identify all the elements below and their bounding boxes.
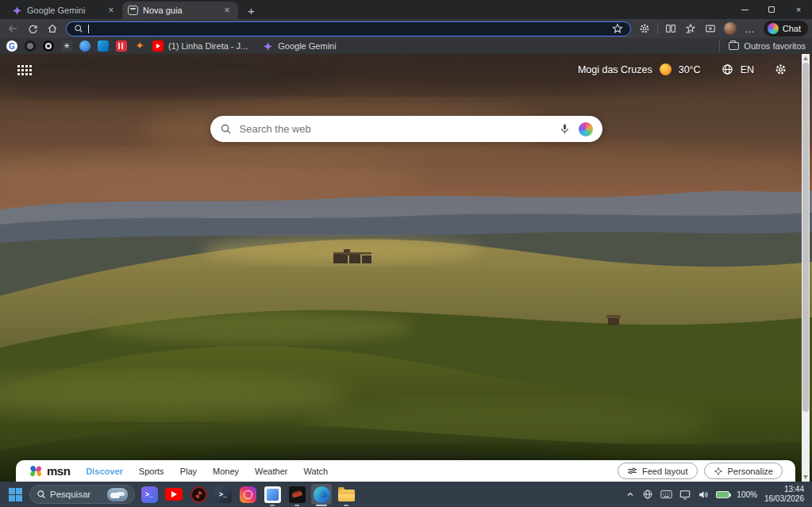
msn-footer-bar: msn Discover Sports Play Money Weather W… — [16, 460, 795, 482]
reload-button[interactable] — [24, 21, 41, 36]
back-icon — [7, 23, 18, 34]
youtube-icon — [165, 488, 183, 501]
home-button[interactable] — [44, 21, 61, 36]
bookmark-favicon-2[interactable] — [25, 40, 36, 52]
scroll-down-arrow[interactable] — [803, 475, 808, 479]
address-bar[interactable] — [66, 21, 631, 36]
language-label[interactable]: EN — [741, 64, 754, 75]
gimp-icon — [289, 486, 306, 503]
footer-nav-money[interactable]: Money — [213, 467, 239, 476]
profile-avatar — [724, 22, 737, 35]
speaker-icon[interactable] — [698, 490, 709, 500]
weather-temperature[interactable]: 30°C — [679, 64, 701, 75]
bookmark-favicon-7[interactable] — [116, 40, 127, 52]
taskbar-app-file-explorer[interactable] — [336, 484, 356, 505]
bookmark-favicon-4[interactable]: ✳ — [61, 40, 72, 52]
clock-date: 16/03/2026 — [764, 494, 804, 505]
taskbar-app-gimp[interactable] — [287, 484, 307, 505]
taskbar-app-youtube[interactable] — [164, 484, 184, 505]
personalize-button[interactable]: Personalize — [704, 463, 783, 479]
msn-wordmark: msn — [47, 464, 70, 478]
footer-nav-weather[interactable]: Weather — [255, 467, 287, 476]
display-cast-icon[interactable] — [679, 490, 691, 500]
other-favorites-button[interactable]: Outros favoritos — [729, 41, 806, 51]
back-button[interactable] — [4, 21, 21, 36]
reload-icon — [28, 24, 38, 34]
bookmark-google-icon[interactable]: G — [6, 40, 17, 52]
battery-percent: 100% — [737, 490, 757, 499]
bookmark-favicon-3[interactable] — [43, 40, 54, 52]
taskbar-app-terminal[interactable]: >_ — [139, 484, 160, 505]
search-icon — [74, 24, 83, 33]
taskbar-app-dark-red[interactable] — [188, 484, 209, 505]
tab-nova-guia[interactable]: Nova guia × — [122, 2, 238, 19]
system-tray: 100% 13:44 16/03/2026 — [625, 485, 807, 505]
language-globe-icon[interactable] — [722, 63, 733, 75]
bookmark-favicon-5[interactable] — [79, 40, 90, 52]
split-screen-icon — [665, 23, 676, 34]
feed-layout-label: Feed layout — [642, 467, 687, 476]
scroll-up-arrow[interactable] — [803, 56, 808, 60]
minimize-button[interactable] — [731, 0, 758, 19]
taskbar-search-input[interactable] — [50, 490, 103, 499]
footer-nav-discover[interactable]: Discover — [86, 467, 122, 476]
minimize-icon — [741, 10, 749, 10]
touch-keyboard-icon[interactable] — [660, 490, 672, 499]
taskbar-app-photos[interactable] — [262, 484, 283, 505]
split-screen-button[interactable] — [662, 21, 679, 36]
taskbar-search-box[interactable] — [29, 485, 135, 504]
msn-search-bar[interactable] — [210, 116, 602, 142]
copilot-chat-button[interactable]: Chat — [764, 21, 808, 36]
footer-nav-play[interactable]: Play — [180, 467, 197, 476]
folder-icon — [729, 42, 739, 50]
scrollbar-thumb[interactable] — [802, 63, 809, 412]
sliders-icon — [627, 467, 637, 475]
footer-nav-sports[interactable]: Sports — [139, 467, 164, 476]
taskbar-app-edge[interactable] — [311, 484, 332, 505]
home-icon — [47, 23, 58, 34]
msn-logo[interactable]: msn — [29, 464, 70, 478]
start-button[interactable] — [5, 484, 25, 505]
copilot-icon[interactable] — [579, 122, 593, 136]
feed-layout-button[interactable]: Feed layout — [618, 463, 697, 479]
weather-location[interactable]: Mogi das Cruzes — [578, 64, 652, 75]
bookmark-favicon-6[interactable] — [98, 40, 109, 52]
toolbar-divider — [657, 23, 658, 34]
settings-gear-icon[interactable] — [775, 63, 787, 75]
page-scrollbar[interactable] — [802, 54, 810, 482]
tab-google-gemini[interactable]: Google Gemini × — [6, 2, 122, 19]
bookmarks-divider — [719, 40, 720, 52]
browser-essentials-icon — [639, 23, 650, 34]
taskbar-clock[interactable]: 13:44 16/03/2026 — [764, 485, 804, 505]
favorite-star-icon[interactable] — [612, 23, 623, 34]
photos-icon — [264, 486, 281, 503]
taskbar-app-instagram[interactable] — [237, 484, 258, 505]
restore-button[interactable] — [758, 0, 785, 19]
powershell-icon: >_ — [215, 486, 232, 503]
browser-essentials-button[interactable] — [636, 21, 653, 36]
network-globe-icon[interactable] — [642, 489, 653, 500]
tab-close-icon[interactable]: × — [221, 5, 233, 16]
close-button[interactable]: × — [785, 0, 812, 19]
voice-search-mic-icon[interactable] — [559, 123, 571, 135]
tab-close-icon[interactable]: × — [106, 5, 117, 16]
gemini-icon — [12, 6, 22, 16]
more-menu-button[interactable]: … — [741, 21, 759, 36]
profile-button[interactable] — [722, 21, 739, 36]
windows-logo-icon — [9, 488, 22, 501]
app-launcher-button[interactable] — [17, 65, 32, 75]
battery-icon[interactable] — [716, 491, 729, 498]
collections-button[interactable] — [702, 21, 719, 36]
hidden-icons-chevron[interactable] — [625, 490, 635, 499]
new-tab-button[interactable]: + — [244, 4, 258, 19]
web-search-input[interactable] — [240, 123, 551, 135]
bookmark-label: Google Gemini — [278, 41, 336, 51]
bookmark-google-gemini[interactable]: Google Gemini — [263, 41, 336, 52]
edge-icon — [314, 486, 330, 503]
gemini-icon — [263, 41, 273, 52]
bookmark-favicon-8[interactable]: ✦ — [134, 40, 145, 52]
favorites-button[interactable] — [682, 21, 699, 36]
taskbar-app-powershell[interactable]: >_ — [213, 484, 233, 505]
footer-nav-watch[interactable]: Watch — [303, 467, 328, 476]
bookmark-linha-direta[interactable]: (1) Linha Direta - J... — [152, 40, 248, 52]
